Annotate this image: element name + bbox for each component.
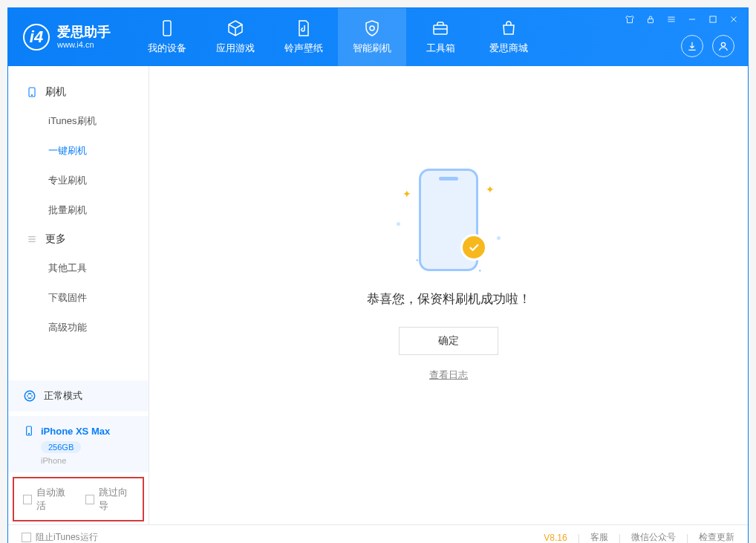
user-button[interactable] bbox=[712, 35, 734, 57]
sync-icon bbox=[23, 389, 36, 403]
sidebar-item-other-tools[interactable]: 其他工具 bbox=[8, 253, 149, 283]
footer: 阻止iTunes运行 V8.16 | 客服 | 微信公众号 | 检查更新 bbox=[8, 524, 748, 543]
logo[interactable]: i4 爱思助手 www.i4.cn bbox=[23, 24, 111, 51]
sidebar-item-firmware[interactable]: 下载固件 bbox=[8, 283, 149, 313]
shirt-icon[interactable] bbox=[623, 13, 636, 26]
highlight-options: 自动激活 跳过向导 bbox=[13, 477, 144, 521]
checkbox-icon bbox=[85, 495, 94, 504]
menu-icon[interactable] bbox=[665, 13, 678, 26]
device-icon bbox=[23, 425, 35, 437]
sidebar-item-pro-flash[interactable]: 专业刷机 bbox=[8, 166, 149, 195]
tab-apps[interactable]: 应用游戏 bbox=[201, 8, 270, 66]
checkbox-icon bbox=[23, 495, 32, 504]
main-tabs: 我的设备 应用游戏 铃声壁纸 智能刷机 工具箱 爱思商城 bbox=[133, 8, 543, 66]
update-link[interactable]: 检查更新 bbox=[699, 531, 734, 543]
svg-rect-2 bbox=[648, 19, 654, 22]
sidebar-cat-flash[interactable]: 刷机 bbox=[8, 78, 149, 106]
header: i4 爱思助手 www.i4.cn 我的设备 应用游戏 铃声壁纸 智能刷机 bbox=[8, 8, 748, 66]
tab-label: 我的设备 bbox=[148, 42, 186, 55]
storage-badge: 256GB bbox=[41, 441, 81, 453]
window-controls bbox=[623, 13, 740, 26]
chk-label: 跳过向导 bbox=[99, 486, 134, 513]
device-name: iPhone XS Max bbox=[41, 426, 110, 437]
checkbox-icon bbox=[22, 533, 31, 542]
cat-label: 刷机 bbox=[45, 85, 66, 99]
tab-label: 铃声壁纸 bbox=[284, 42, 323, 55]
lock-icon[interactable] bbox=[644, 13, 657, 26]
sparkle-icon: ● bbox=[478, 268, 481, 273]
sidebar-item-advanced[interactable]: 高级功能 bbox=[8, 313, 149, 342]
sidebar-bottom: 正常模式 iPhone XS Max 256GB iPhone 自动激活 bbox=[8, 380, 149, 524]
tablet-icon bbox=[26, 86, 38, 98]
svg-point-8 bbox=[27, 395, 28, 397]
tab-store[interactable]: 爱思商城 bbox=[475, 8, 543, 66]
svg-rect-3 bbox=[710, 16, 716, 22]
bag-icon bbox=[500, 19, 518, 37]
device-mode[interactable]: 正常模式 bbox=[8, 380, 149, 412]
sparkle-icon: ✦ bbox=[486, 183, 495, 195]
header-right bbox=[681, 35, 734, 57]
checkbox-block-itunes[interactable]: 阻止iTunes运行 bbox=[22, 531, 98, 543]
svg-point-11 bbox=[28, 433, 29, 434]
maximize-icon[interactable] bbox=[706, 13, 720, 26]
success-message: 恭喜您，保资料刷机成功啦！ bbox=[367, 290, 531, 308]
support-link[interactable]: 客服 bbox=[590, 531, 608, 543]
download-button[interactable] bbox=[681, 35, 703, 57]
app-window: i4 爱思助手 www.i4.cn 我的设备 应用游戏 铃声壁纸 智能刷机 bbox=[7, 7, 749, 543]
tab-label: 爱思商城 bbox=[489, 42, 528, 55]
tab-label: 工具箱 bbox=[426, 42, 455, 55]
shield-refresh-icon bbox=[363, 19, 381, 37]
device-type: iPhone bbox=[41, 456, 134, 465]
phone-icon bbox=[158, 19, 176, 37]
separator: | bbox=[686, 533, 688, 543]
checkbox-auto-activate[interactable]: 自动激活 bbox=[23, 486, 72, 513]
tab-flash[interactable]: 智能刷机 bbox=[338, 8, 406, 66]
view-log-link[interactable]: 查看日志 bbox=[429, 368, 468, 382]
separator: | bbox=[619, 533, 621, 543]
app-subtitle: www.i4.cn bbox=[57, 40, 111, 49]
svg-point-4 bbox=[721, 42, 725, 46]
wechat-link[interactable]: 微信公众号 bbox=[631, 531, 676, 543]
svg-point-9 bbox=[31, 395, 33, 397]
mode-label: 正常模式 bbox=[44, 389, 82, 403]
ok-button[interactable]: 确定 bbox=[399, 327, 498, 355]
dot-icon bbox=[397, 222, 400, 226]
chk-label: 阻止iTunes运行 bbox=[36, 531, 98, 543]
check-badge-icon bbox=[460, 234, 487, 261]
toolbox-icon bbox=[431, 19, 449, 37]
tab-label: 应用游戏 bbox=[216, 42, 255, 55]
tab-my-device[interactable]: 我的设备 bbox=[133, 8, 201, 66]
device-info[interactable]: iPhone XS Max 256GB iPhone bbox=[8, 416, 149, 472]
sidebar-item-onekey-flash[interactable]: 一键刷机 bbox=[8, 136, 149, 166]
sidebar-nav: 刷机 iTunes刷机 一键刷机 专业刷机 批量刷机 更多 其他工具 下载固件 … bbox=[8, 66, 149, 380]
svg-point-7 bbox=[25, 391, 35, 401]
checkbox-skip-guide[interactable]: 跳过向导 bbox=[85, 486, 134, 513]
minimize-icon[interactable] bbox=[685, 13, 699, 26]
sparkle-icon: ✦ bbox=[403, 188, 411, 200]
tab-toolbox[interactable]: 工具箱 bbox=[406, 8, 475, 66]
sidebar: 刷机 iTunes刷机 一键刷机 专业刷机 批量刷机 更多 其他工具 下载固件 … bbox=[8, 66, 149, 524]
main-content: ✦ ✦ ● ● 恭喜您，保资料刷机成功啦！ 确定 查看日志 bbox=[149, 66, 748, 524]
sidebar-item-itunes-flash[interactable]: iTunes刷机 bbox=[8, 106, 149, 136]
svg-rect-0 bbox=[163, 21, 171, 36]
list-icon bbox=[26, 233, 38, 245]
app-title: 爱思助手 bbox=[57, 25, 111, 40]
success-illustration: ✦ ✦ ● ● bbox=[389, 164, 508, 276]
tab-label: 智能刷机 bbox=[353, 42, 391, 55]
footer-right: V8.16 | 客服 | 微信公众号 | 检查更新 bbox=[544, 531, 734, 543]
chk-label: 自动激活 bbox=[36, 486, 71, 513]
tab-ringtones[interactable]: 铃声壁纸 bbox=[270, 8, 338, 66]
logo-text: 爱思助手 www.i4.cn bbox=[57, 25, 111, 49]
svg-point-6 bbox=[31, 94, 32, 95]
sidebar-cat-more[interactable]: 更多 bbox=[8, 225, 149, 253]
sidebar-item-batch-flash[interactable]: 批量刷机 bbox=[8, 195, 149, 225]
dot-icon bbox=[497, 236, 501, 240]
version-label: V8.16 bbox=[544, 533, 567, 543]
close-icon[interactable] bbox=[727, 13, 740, 26]
music-file-icon bbox=[295, 19, 313, 37]
logo-icon: i4 bbox=[23, 24, 50, 51]
svg-rect-1 bbox=[434, 25, 447, 34]
body: 刷机 iTunes刷机 一键刷机 专业刷机 批量刷机 更多 其他工具 下载固件 … bbox=[8, 66, 748, 524]
cube-icon bbox=[227, 19, 244, 37]
device-name-row: iPhone XS Max bbox=[23, 425, 134, 437]
